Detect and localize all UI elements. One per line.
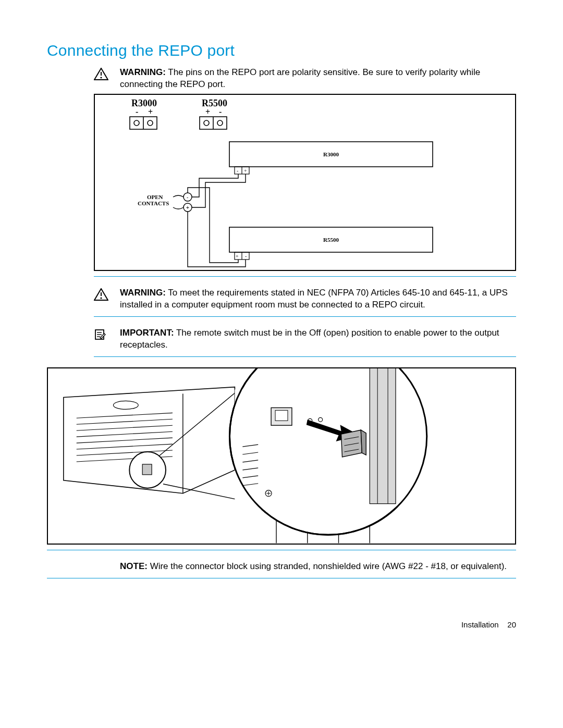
svg-point-9 bbox=[204, 120, 209, 126]
divider bbox=[94, 356, 516, 357]
svg-text:R3000: R3000 bbox=[323, 151, 339, 157]
minus-sign: - bbox=[136, 107, 138, 116]
repo-wiring-diagram: R3000 R5500 - + + - R3000 - + bbox=[94, 94, 516, 271]
important-text: IMPORTANT: The remote switch must be in … bbox=[120, 327, 516, 351]
svg-text:R5500: R5500 bbox=[323, 237, 339, 243]
footer-page-number: 20 bbox=[507, 620, 516, 629]
svg-point-32 bbox=[100, 297, 102, 299]
warning-1-text: WARNING: The pins on the REPO port are p… bbox=[120, 67, 516, 91]
warning-2-block: WARNING: To meet the requirements stated… bbox=[94, 287, 516, 311]
svg-point-2 bbox=[100, 77, 102, 78]
footer-section: Installation bbox=[461, 620, 499, 629]
svg-text:OPEN: OPEN bbox=[147, 194, 163, 200]
divider bbox=[94, 316, 516, 317]
note-lead: NOTE: bbox=[120, 561, 148, 571]
warning-1-body: The pins on the REPO port are polarity s… bbox=[120, 67, 480, 89]
label-r5500-heading: R5500 bbox=[202, 98, 227, 108]
svg-rect-68 bbox=[275, 410, 288, 421]
svg-point-10 bbox=[217, 120, 223, 126]
svg-text:-: - bbox=[187, 194, 188, 200]
warning-1-lead: WARNING: bbox=[120, 67, 166, 77]
plus-sign: + bbox=[205, 107, 210, 116]
svg-text:+: + bbox=[186, 205, 189, 211]
svg-point-5 bbox=[134, 120, 139, 126]
divider bbox=[47, 550, 516, 550]
plus-sign: + bbox=[148, 107, 153, 116]
divider bbox=[94, 276, 516, 277]
page-title: Connecting the REPO port bbox=[47, 42, 516, 59]
svg-text:+: + bbox=[236, 253, 239, 259]
svg-point-47 bbox=[113, 401, 138, 409]
svg-point-6 bbox=[148, 120, 153, 126]
ups-rear-illustration bbox=[47, 367, 516, 545]
important-block: IMPORTANT: The remote switch must be in … bbox=[94, 327, 516, 351]
svg-marker-71 bbox=[341, 430, 362, 457]
minus-sign: - bbox=[219, 107, 222, 116]
label-r3000-heading: R3000 bbox=[131, 98, 157, 108]
note-block: NOTE: Wire the connector block using str… bbox=[120, 561, 516, 573]
page-footer: Installation 20 bbox=[47, 620, 516, 629]
warning-icon bbox=[94, 68, 108, 80]
warning-1-block: WARNING: The pins on the REPO port are p… bbox=[94, 67, 516, 91]
svg-text:+: + bbox=[244, 168, 247, 174]
note-text: NOTE: Wire the connector block using str… bbox=[120, 561, 516, 573]
svg-text:CONTACTS: CONTACTS bbox=[138, 200, 169, 206]
warning-2-body: To meet the requirements stated in NEC (… bbox=[120, 288, 508, 310]
svg-text:-: - bbox=[245, 253, 247, 259]
important-body: The remote switch must be in the Off (op… bbox=[120, 328, 499, 350]
svg-rect-49 bbox=[142, 464, 152, 475]
note-body: Wire the connector block using stranded,… bbox=[150, 561, 507, 571]
note-edit-icon bbox=[94, 328, 108, 341]
svg-text:-: - bbox=[237, 168, 238, 174]
warning-icon bbox=[94, 288, 108, 301]
svg-rect-58 bbox=[370, 368, 396, 504]
warning-2-text: WARNING: To meet the requirements stated… bbox=[120, 287, 516, 311]
svg-marker-57 bbox=[235, 368, 427, 524]
warning-2-lead: WARNING: bbox=[120, 288, 166, 298]
divider bbox=[47, 578, 516, 578]
svg-marker-72 bbox=[361, 430, 366, 455]
important-lead: IMPORTANT: bbox=[120, 328, 174, 338]
